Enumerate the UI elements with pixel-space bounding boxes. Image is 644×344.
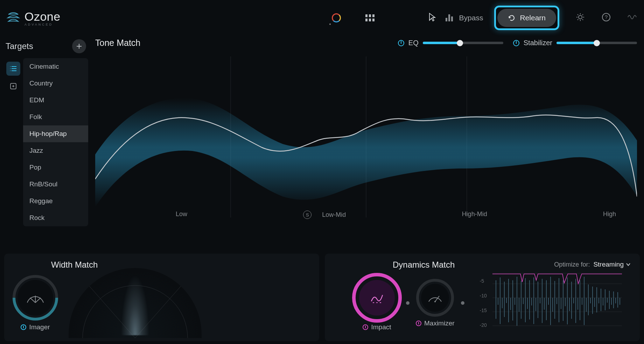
impact-knob[interactable] [354,275,400,321]
maximizer-label: Maximizer [424,319,455,327]
db-tick: -15 [480,308,487,313]
settings-button[interactable] [575,12,585,23]
app-logo: Ozone ADVANCED [6,10,61,26]
tone-match-graph[interactable]: Low SLow-Mid High-Mid High [95,49,637,225]
nav-list-button[interactable] [6,62,20,76]
target-item[interactable]: RnB/Soul [23,176,88,193]
axis-highmid: High-Mid [462,211,487,219]
svg-line-11 [135,278,188,338]
imager-power-toggle[interactable] [21,324,26,330]
axis-high: High [603,211,616,219]
stabilizer-power-toggle[interactable] [513,40,519,46]
plus-icon [76,43,82,49]
maximizer-power-toggle[interactable] [416,321,421,326]
svg-point-16 [434,301,436,302]
impact-icon [369,291,385,305]
stabilizer-label: Stabilizer [524,39,552,47]
relearn-button[interactable]: Relearn [497,9,556,27]
vectorscope [69,268,202,338]
svg-line-9 [35,298,41,303]
optimize-for-value: Streaming [593,261,624,268]
stabilizer-slider[interactable] [556,42,637,44]
imager-knob[interactable] [13,275,58,321]
target-item[interactable]: Reggae [23,193,88,209]
svg-point-0 [579,15,582,19]
sidebar-title: Targets [6,41,33,51]
bypass-button[interactable]: Bypass [459,14,483,22]
color-wheel-icon [332,13,341,22]
width-match-title: Width Match [51,260,311,270]
refresh-icon [508,14,516,22]
axis-low: Low [176,211,187,219]
relearn-label: Relearn [520,14,546,22]
add-target-button[interactable] [72,39,86,53]
target-list: CinematicCountryEDMFolkHip-hop/RapJazzPo… [23,58,88,226]
optimize-for-label: Optimize for: [554,261,590,268]
color-picker-button[interactable] [328,9,345,26]
meter-icon [446,14,453,21]
help-button[interactable]: ? [601,12,611,23]
nav-add-file-button[interactable] [6,79,20,93]
maximizer-gauge-icon [427,292,443,304]
gear-icon [575,12,585,22]
tone-match-title: Tone Match [95,38,140,48]
chevron-down-icon [626,263,631,266]
help-icon: ? [601,12,611,22]
cursor-icon [429,13,436,23]
loudness-waveform: -5 -10 -15 -20 [482,270,622,336]
maximizer-knob[interactable] [416,279,454,317]
imager-gauge-icon [25,291,46,305]
impact-power-toggle[interactable] [363,324,368,330]
grid-icon [365,14,374,21]
signal-button[interactable] [627,12,638,23]
target-item[interactable]: Rock [23,209,88,226]
eq-power-toggle[interactable] [398,40,404,46]
target-item[interactable]: Country [23,75,88,92]
target-item[interactable]: Pop [23,159,88,176]
target-item[interactable]: Hip-hop/Rap [23,125,88,142]
solo-band-button[interactable]: S [303,211,312,219]
axis-lowmid: Low-Mid [322,211,346,219]
dynamics-match-panel: Dynamics Match Optimize for: Streaming [325,254,640,341]
svg-line-8 [30,298,35,303]
knob-range-dot [406,301,410,305]
db-tick: -5 [480,278,487,284]
wave-icon [627,12,638,22]
impact-label: Impact [371,323,391,331]
target-item[interactable]: EDM [23,92,88,109]
list-icon [9,66,17,72]
meter-toggle-button[interactable] [446,14,453,21]
svg-line-10 [83,278,135,338]
eq-slider[interactable] [423,42,503,44]
svg-text:?: ? [605,14,608,20]
file-plus-icon [9,82,17,90]
db-tick: -10 [480,293,487,298]
modules-grid-button[interactable] [362,9,378,26]
knob-range-dot [461,301,464,305]
target-item[interactable]: Cinematic [23,58,88,75]
target-item[interactable]: Folk [23,109,88,125]
target-item[interactable]: Jazz [23,142,88,159]
eq-label: EQ [408,39,419,47]
optimize-for-select[interactable]: Streaming [593,261,631,268]
width-match-panel: Width Match [4,254,319,341]
ozone-logo-icon [6,11,20,25]
app-name: Ozone [24,10,61,23]
relearn-highlight: Relearn [494,6,559,30]
imager-label: Imager [29,323,50,331]
db-tick: -20 [480,322,487,328]
